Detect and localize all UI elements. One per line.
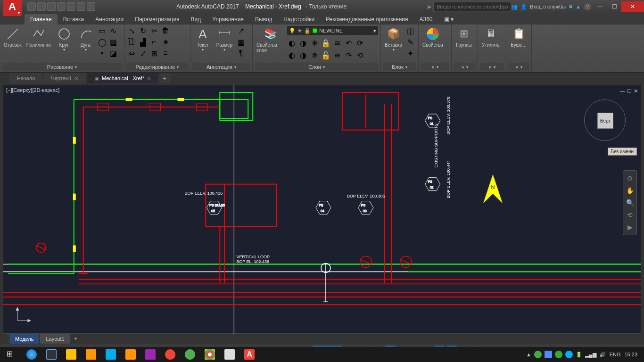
add-layout-button[interactable]: + [71, 335, 81, 343]
insert-block-button[interactable]: 📦Вставка▾ [383, 25, 404, 53]
app-menu-icon[interactable]: A [3, 0, 22, 16]
mirror-icon[interactable]: ▟ [138, 37, 148, 47]
tray-utorrent-icon[interactable] [555, 351, 562, 358]
line-button[interactable]: Отрезок [2, 25, 24, 49]
close-icon[interactable]: ✕ [147, 76, 151, 81]
tab-annotate[interactable]: Аннотации [90, 14, 129, 25]
table-icon[interactable]: ▦ [236, 37, 246, 47]
panel-block-title[interactable]: Блок [383, 63, 416, 71]
panel-draw-title[interactable]: Рисование [2, 63, 122, 71]
region-icon[interactable]: ◪ [108, 48, 119, 58]
tray-icon-1[interactable] [534, 351, 542, 358]
taskbar-app2[interactable] [121, 347, 140, 362]
minimize-button[interactable]: — [593, 1, 607, 12]
stretch-icon[interactable]: ⇔ [126, 48, 137, 58]
tab-addins[interactable]: Надстройки [278, 14, 320, 25]
taskbar-explorer[interactable] [41, 347, 61, 362]
taskbar-app5[interactable] [220, 347, 239, 362]
filetab-drawing1[interactable]: Чертеж1✕ [43, 73, 86, 83]
spline-icon[interactable]: ∿ [108, 25, 119, 36]
leader-icon[interactable]: ↗ [236, 25, 246, 36]
qat-open-icon[interactable] [37, 2, 46, 11]
explode-icon[interactable]: ✷ [160, 37, 171, 47]
panel-clipboard-title[interactable]: » [508, 63, 529, 71]
layprev-icon[interactable]: ↶ [343, 38, 354, 48]
scale-icon[interactable]: ⤢ [138, 48, 148, 58]
tray-icon-2[interactable] [545, 351, 552, 358]
close-button[interactable]: ✕ [621, 1, 644, 12]
tab-featured[interactable]: Рекомендованные приложения [320, 14, 413, 25]
search-input[interactable] [433, 2, 511, 11]
layer-btn-e[interactable]: ≋ [332, 50, 342, 60]
array-icon[interactable]: ⊞ [149, 48, 159, 58]
panel-utilities-title[interactable]: » [480, 63, 504, 71]
text-button[interactable]: AТекст▾ [192, 25, 213, 53]
taskbar-utorrent[interactable] [180, 347, 200, 362]
groups-button[interactable]: ⊞Группы [454, 25, 474, 49]
exchange-icon[interactable]: ✖ [569, 4, 573, 10]
panel-annotation-title[interactable]: Аннотации [192, 63, 250, 71]
layer-btn-a[interactable]: ◐ [287, 50, 297, 60]
panel-groups-title[interactable]: » [454, 63, 476, 71]
taskbar-autocad[interactable]: A [239, 347, 259, 362]
layer-btn-b[interactable]: ◑ [298, 50, 308, 60]
tab-insert[interactable]: Вставка [58, 14, 90, 25]
trim-icon[interactable]: ✂ [149, 25, 159, 36]
layer-btn-c[interactable]: ❄ [309, 50, 320, 60]
infocenter-icon[interactable]: 👥 [511, 4, 518, 10]
qat-save-icon[interactable] [47, 2, 56, 11]
taskbar-language[interactable]: ENG [610, 352, 621, 357]
rect-icon[interactable]: ▭ [97, 25, 107, 36]
tab-manage[interactable]: Управление [206, 14, 249, 25]
new-tab-button[interactable]: + [159, 74, 170, 83]
taskbar-folder[interactable] [61, 347, 81, 362]
layer-btn-f[interactable]: ↷ [343, 50, 354, 60]
start-button[interactable]: ⊞ [2, 347, 22, 362]
tab-output[interactable]: Вывод [249, 14, 278, 25]
tab-parametric[interactable]: Параметризация [129, 14, 185, 25]
polyline-button[interactable]: Полилиния [25, 25, 53, 49]
qat-plot-icon[interactable] [67, 2, 75, 11]
tray-network-icon[interactable]: ▂▄▆ [585, 352, 596, 358]
a360-icon[interactable]: ▲ [576, 4, 581, 9]
filetab-start[interactable]: Начало [9, 73, 42, 83]
signin-icon[interactable]: 👤 [520, 4, 527, 10]
layfrz-icon[interactable]: ❄ [309, 38, 320, 48]
laylck-icon[interactable]: 🔒 [321, 38, 331, 48]
qat-undo-icon[interactable] [77, 2, 85, 11]
layoff-icon[interactable]: ◐ [287, 38, 297, 48]
tray-icon-3[interactable] [565, 351, 573, 358]
maximize-button[interactable]: ☐ [607, 1, 621, 12]
erase-icon[interactable]: 🗑 [160, 25, 171, 36]
hatch-icon[interactable]: ▦ [108, 37, 119, 47]
tray-battery-icon[interactable]: 🔋 [576, 352, 582, 358]
help-icon[interactable]: ? [584, 3, 591, 10]
taskbar-skype[interactable] [101, 347, 121, 362]
layer-dropdown[interactable]: 💡 ☀ 🔓 NEWLINE ▾ [287, 25, 379, 36]
layer-btn-d[interactable]: 🔓 [321, 50, 331, 60]
taskbar-app3[interactable] [140, 347, 160, 362]
signin-label[interactable]: Вход в службы [530, 4, 566, 9]
taskbar-chrome[interactable] [200, 347, 220, 362]
layout-model[interactable]: Модель [9, 334, 39, 344]
mtext-icon[interactable]: ¶ [236, 48, 246, 58]
utilities-button[interactable]: 🖩Утилиты [480, 25, 503, 49]
copy-icon[interactable]: ⿻ [126, 37, 137, 47]
layout-1[interactable]: Layout1 [40, 334, 70, 344]
arc-button[interactable]: Дуга▾ [75, 25, 96, 53]
offset-icon[interactable]: ≡ [160, 48, 171, 58]
qat-redo-icon[interactable] [87, 2, 95, 11]
panel-properties-title[interactable]: » [421, 63, 449, 71]
panel-modify-title[interactable]: Редактирование [126, 63, 188, 71]
rotate-icon[interactable]: ↻ [138, 25, 148, 36]
tray-volume-icon[interactable]: 🔊 [599, 352, 606, 358]
qat-saveas-icon[interactable] [57, 2, 66, 11]
ellipse-icon[interactable]: ◯ [97, 37, 107, 47]
clipboard-button[interactable]: 📋Буфе... [508, 25, 529, 49]
taskbar-clock[interactable]: 15:23 [624, 352, 637, 357]
tab-a360[interactable]: A360 [413, 14, 438, 25]
drawing-canvas[interactable]: [−][Сверху][2D-каркас] — ☐ ✕ Верх Без им… [3, 85, 641, 334]
dimension-button[interactable]: Размер▾ [214, 25, 235, 53]
tab-view[interactable]: Вид [185, 14, 207, 25]
layiso-icon[interactable]: ◑ [298, 38, 308, 48]
